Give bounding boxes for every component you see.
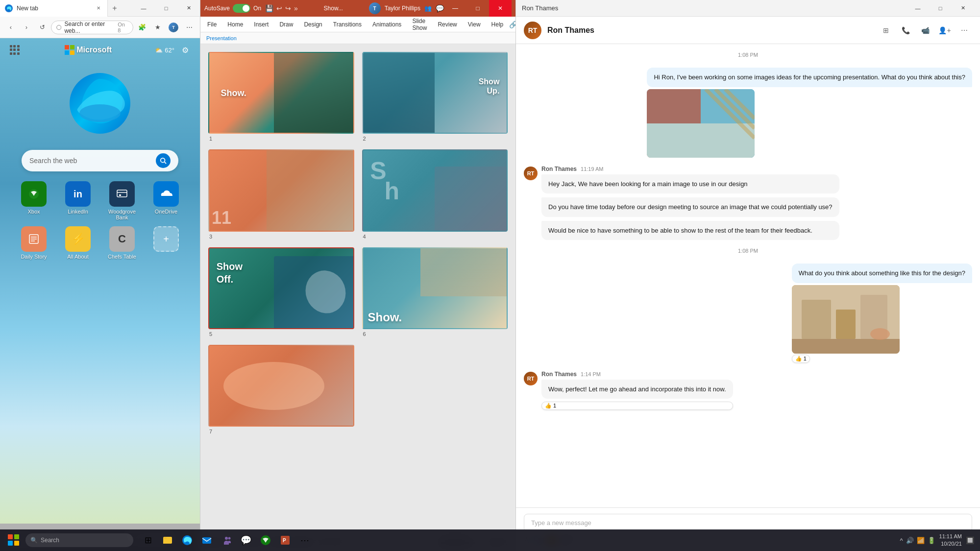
redo-icon[interactable]: ↪: [285, 4, 291, 12]
ppt-minimize-btn[interactable]: —: [444, 0, 466, 17]
msg-4: RT Ron Thames 1:14 PM Wow, perfect! Let …: [524, 371, 733, 410]
slide-item-5[interactable]: ShowOff. 5: [208, 247, 354, 337]
breadcrumb-link[interactable]: Presentation: [206, 35, 237, 41]
autosave-state: On: [253, 5, 261, 12]
call-button[interactable]: 📞: [898, 23, 913, 38]
svg-rect-29: [792, 339, 900, 354]
taskbar-search[interactable]: 🔍 Search: [25, 533, 133, 547]
taskbar-widgets[interactable]: ⊞: [139, 531, 157, 549]
taskbar-mail[interactable]: [198, 531, 216, 549]
taskbar-more[interactable]: ⋯: [296, 531, 314, 549]
more-options-button[interactable]: ⋯: [182, 21, 196, 34]
new-tab-button[interactable]: +: [108, 1, 122, 15]
autosave-toggle[interactable]: [233, 4, 250, 13]
address-bar-text: Search or enter web...: [64, 21, 115, 34]
chat-close-btn[interactable]: ✕: [952, 0, 974, 17]
favorites-button[interactable]: ★: [151, 21, 165, 34]
msg-3-reaction: 👍 1: [792, 355, 810, 363]
refresh-button[interactable]: ↺: [35, 21, 49, 34]
apps-grid-icon[interactable]: [8, 43, 22, 57]
menu-help[interactable]: Help: [487, 19, 509, 30]
app-icon-allabout[interactable]: ⚡ All About: [59, 226, 97, 260]
msg-2-header: Ron Thames 11:19 AM: [541, 166, 839, 172]
start-button[interactable]: [6, 532, 22, 548]
sys-tray-icons: ^ 🔊 📶 🔋: [900, 537, 935, 544]
chat-minimize-btn[interactable]: —: [906, 0, 929, 17]
comments-icon[interactable]: 💬: [436, 4, 444, 12]
menu-file[interactable]: File: [202, 19, 221, 30]
taskbar-teams[interactable]: [218, 531, 235, 549]
ppt-maximize-btn[interactable]: □: [466, 0, 489, 17]
tab-close-button[interactable]: ✕: [95, 4, 102, 12]
close-button[interactable]: ✕: [177, 0, 200, 17]
menu-review[interactable]: Review: [433, 19, 462, 30]
app-icon-onedrive[interactable]: OneDrive: [147, 181, 185, 220]
ppt-slides-area[interactable]: Show. 1 ShowUp. 2: [200, 44, 515, 533]
save-icon[interactable]: 💾: [265, 4, 273, 12]
app-icon-chefstable[interactable]: C Chefs Table: [103, 226, 141, 260]
chat-window: Ron Thames — □ ✕ RT Ron Thames ⊞ 📞 📹 👤+ …: [515, 0, 980, 551]
menu-transitions[interactable]: Transitions: [328, 19, 367, 30]
taskbar-explorer[interactable]: [159, 531, 176, 549]
browser-tab[interactable]: New tab ✕: [0, 0, 108, 17]
undo-icon[interactable]: ↩: [276, 4, 282, 12]
taskbar-xbox[interactable]: [257, 531, 274, 549]
notification-icon[interactable]: 🔲: [966, 536, 974, 544]
network-icon[interactable]: 📶: [917, 537, 925, 544]
slide-item-4[interactable]: S h 4: [362, 149, 508, 239]
video-call-button[interactable]: 📹: [917, 23, 933, 38]
system-tray-expand[interactable]: ^: [900, 537, 903, 544]
ppt-close-btn[interactable]: ✕: [489, 0, 512, 17]
ppt-menu-bar: File Home Insert Draw Design Transitions…: [200, 17, 515, 32]
msg-2-bubble-2: Do you have time today before our design…: [541, 197, 839, 217]
taskbar-clock[interactable]: 11:11 AM 10/20/21: [939, 533, 962, 548]
add-people-button[interactable]: 👤+: [937, 23, 953, 38]
app-icon-xbox[interactable]: Xbox: [15, 181, 53, 220]
more-tools-icon[interactable]: »: [294, 4, 298, 12]
slide-item-6[interactable]: Show. 6: [362, 247, 508, 337]
slide-item-7[interactable]: 7: [208, 345, 354, 434]
back-button[interactable]: ‹: [4, 21, 18, 34]
search-button[interactable]: [156, 153, 171, 168]
slide-thumb-7: [208, 345, 354, 427]
svg-point-0: [57, 25, 61, 29]
slides-grid: Show. 1 ShowUp. 2: [208, 52, 508, 434]
maximize-button[interactable]: □: [155, 0, 177, 17]
forward-button[interactable]: ›: [20, 21, 33, 34]
app-icon-woodgrove[interactable]: Woodgrove Bank: [103, 181, 141, 220]
chat-maximize-btn[interactable]: □: [929, 0, 952, 17]
ppt-title-area: Show...: [298, 5, 369, 12]
profile-button[interactable]: T: [167, 21, 180, 34]
add-icon[interactable]: +: [153, 226, 179, 252]
menu-slideshow[interactable]: Slide Show: [407, 16, 432, 33]
menu-insert[interactable]: Insert: [249, 19, 273, 30]
taskbar-chat[interactable]: 💬: [237, 531, 255, 549]
menu-view[interactable]: View: [463, 19, 486, 30]
slide-item-3[interactable]: 11 3: [208, 149, 354, 239]
more-actions-button[interactable]: ⋯: [956, 23, 972, 38]
taskbar-edge[interactable]: [178, 531, 196, 549]
msg-4-time: 1:14 PM: [581, 371, 601, 377]
menu-home[interactable]: Home: [222, 19, 248, 30]
battery-icon[interactable]: 🔋: [928, 537, 935, 544]
app-icon-add[interactable]: + _: [147, 226, 185, 260]
slide-item-2[interactable]: ShowUp. 2: [362, 52, 508, 142]
search-bar[interactable]: Search the web: [22, 150, 178, 171]
minimize-button[interactable]: —: [132, 0, 155, 17]
app-icon-dailystory[interactable]: Daily Story: [15, 226, 53, 260]
menu-draw[interactable]: Draw: [274, 19, 298, 30]
slide-item-1[interactable]: Show. 1: [208, 52, 354, 142]
app-icon-linkedin[interactable]: in LinkedIn: [59, 181, 97, 220]
taskbar-powerpoint[interactable]: P: [276, 531, 294, 549]
menu-animations[interactable]: Animations: [368, 19, 406, 30]
woodgrove-label: Woodgrove Bank: [103, 209, 141, 220]
windows-logo: [8, 534, 20, 546]
address-bar[interactable]: Search or enter web... On 8: [51, 21, 133, 34]
menu-design[interactable]: Design: [299, 19, 327, 30]
msg-3-img-content: [792, 285, 900, 354]
screen-share-button[interactable]: ⊞: [878, 23, 894, 38]
chat-header-actions: ⊞ 📞 📹 👤+ ⋯: [878, 23, 972, 38]
settings-button[interactable]: ⚙: [178, 43, 192, 57]
volume-icon[interactable]: 🔊: [906, 537, 914, 544]
extensions-button[interactable]: 🧩: [135, 21, 149, 34]
